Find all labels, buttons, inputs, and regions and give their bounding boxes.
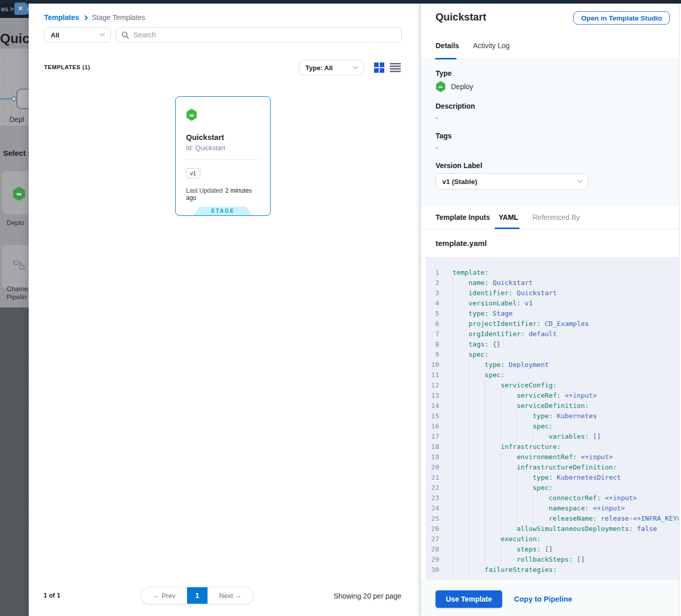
page-count: 1 of 1 xyxy=(44,592,60,599)
tab-details[interactable]: Details xyxy=(436,42,459,50)
background-chained-label-2: Pipelin xyxy=(7,293,27,301)
yaml-filename: template.yaml xyxy=(436,239,487,248)
drawer-title: Quickstart xyxy=(436,11,486,23)
yaml-line: 7orgIdentifier: default xyxy=(429,329,679,339)
yaml-line: 17variables: [] xyxy=(429,432,679,442)
yaml-line: 5type: Stage xyxy=(429,309,679,319)
template-card-id: Id: Quickstart xyxy=(186,144,260,152)
yaml-line: 6projectIdentifier: CD_Examples xyxy=(429,319,679,329)
version-chip: v1 xyxy=(186,168,200,178)
background-chained-label-1: Chaine xyxy=(7,285,28,293)
search-input[interactable] xyxy=(133,31,396,39)
pagination: ← Prev 1 Next → xyxy=(141,587,254,604)
template-details-drawer: Quickstart Open in Template Studio Detai… xyxy=(420,0,681,616)
drawer-subtab-bar: Template Inputs YAML Referenced By xyxy=(421,206,679,229)
yaml-line: 11spec: xyxy=(429,370,679,380)
yaml-line: 18infrastructure: xyxy=(429,442,679,452)
copy-to-pipeline-link[interactable]: Copy to Pipeline xyxy=(514,595,572,603)
yaml-line: 20infrastructureDefinition: xyxy=(429,462,679,473)
breadcrumb-current: Stage Templates xyxy=(92,13,145,22)
chevron-down-icon xyxy=(100,31,105,36)
tab-activity-log[interactable]: Activity Log xyxy=(473,42,510,50)
yaml-line: 19environmentRef: <+input> xyxy=(429,452,679,462)
tab-template-inputs[interactable]: Template Inputs xyxy=(436,213,490,221)
chevron-down-icon xyxy=(353,64,358,69)
close-icon[interactable]: ✕ xyxy=(14,3,27,15)
card-divider xyxy=(186,159,260,160)
last-updated: Last Updated2 minutes ago xyxy=(186,187,260,201)
background-chained-card-label: Chaine Pipelin xyxy=(7,285,28,301)
screen: es > Pipe Quicks Depl Select s ∞ Deplo C… xyxy=(0,0,681,616)
deploy-icon: ∞ xyxy=(12,187,26,201)
version-label: Version Label xyxy=(436,161,679,170)
yaml-line: 14serviceDefinition: xyxy=(429,401,679,411)
yaml-line: 29rollbackSteps: [] xyxy=(429,555,679,565)
yaml-code: 1template:2name: Quickstart3identifier: … xyxy=(426,258,679,580)
background-node-connector xyxy=(0,98,12,99)
type-filter-select[interactable]: Type: All xyxy=(299,60,364,75)
template-card-title: Quickstart xyxy=(186,133,260,141)
yaml-line: 9spec: xyxy=(429,350,679,360)
background-chained-pipeline-card xyxy=(2,245,33,288)
breadcrumb-templates-link[interactable]: Templates xyxy=(44,13,79,22)
scope-filter-value: All xyxy=(51,31,59,39)
chained-pipeline-icon xyxy=(13,260,26,271)
yaml-line: 28steps: [] xyxy=(429,544,679,555)
background-node-port xyxy=(11,96,16,101)
use-template-button[interactable]: Use Template xyxy=(436,590,502,608)
yaml-line: 30failureStrategies: xyxy=(429,565,679,575)
background-deploy-card: ∞ xyxy=(2,171,33,214)
drawer-tab-bar: Details Activity Log xyxy=(421,33,679,59)
prev-page-button[interactable]: ← Prev xyxy=(141,587,187,604)
type-filter-value: Type: All xyxy=(305,64,333,72)
yaml-line: 1template: xyxy=(429,268,679,278)
description-value: - xyxy=(436,114,679,122)
yaml-line: 8tags: {} xyxy=(429,339,679,350)
yaml-line: 26allowSimultaneousDeployments: false xyxy=(429,524,679,534)
search-box[interactable] xyxy=(116,27,402,43)
templates-count-label: TEMPLATES (1) xyxy=(44,64,90,70)
scope-filter-select[interactable]: All xyxy=(44,27,111,43)
stage-badge: STAGE xyxy=(194,207,252,215)
yaml-line: 2name: Quickstart xyxy=(429,278,679,288)
next-page-button[interactable]: Next → xyxy=(208,587,253,604)
yaml-line: 23connectorRef: <+input> xyxy=(429,493,679,503)
window-top-bar xyxy=(0,0,681,4)
yaml-line: 22spec: xyxy=(429,483,679,493)
breadcrumb: Templates Stage Templates xyxy=(44,13,145,22)
version-select-value: v1 (Stable) xyxy=(442,178,477,186)
yaml-line: 16spec: xyxy=(429,421,679,432)
yaml-line: 21type: KubernetesDirect xyxy=(429,473,679,483)
type-label: Type xyxy=(436,69,679,77)
template-card[interactable]: ∞ Quickstart Id: Quickstart v1 Last Upda… xyxy=(175,96,271,216)
yaml-line: 4versionLabel: v1 xyxy=(429,298,679,309)
tab-yaml[interactable]: YAML xyxy=(499,213,518,221)
background-deploy-card-label: Deplo xyxy=(7,219,24,227)
drawer-scrollbar[interactable] xyxy=(679,4,681,616)
yaml-line: 25releaseName: release-<+INFRA_KEY> xyxy=(429,514,679,524)
drawer-footer: Use Template Copy to Pipeline xyxy=(421,580,679,616)
yaml-line: 12serviceConfig: xyxy=(429,380,679,391)
yaml-line: 27execution: xyxy=(429,534,679,544)
drawer-header: Quickstart Open in Template Studio xyxy=(421,4,681,33)
showing-per-page: Showing 20 per page xyxy=(334,592,401,600)
grid-view-icon[interactable] xyxy=(374,63,385,73)
deploy-icon: ∞ xyxy=(186,109,197,121)
yaml-line: 24namespace: <+input> xyxy=(429,503,679,514)
page-1-button[interactable]: 1 xyxy=(187,587,208,604)
tags-label: Tags xyxy=(436,132,679,140)
yaml-line: 15type: Kubernetes xyxy=(429,411,679,421)
background-select-heading: Select s xyxy=(3,149,32,157)
version-select[interactable]: v1 (Stable) xyxy=(436,173,588,190)
tab-referenced-by[interactable]: Referenced By xyxy=(532,213,580,221)
search-icon xyxy=(121,31,129,39)
list-view-icon[interactable] xyxy=(390,63,401,73)
open-in-template-studio-button[interactable]: Open in Template Studio xyxy=(573,11,670,25)
yaml-line: 10type: Deployment xyxy=(429,360,679,370)
tags-value: - xyxy=(436,143,679,152)
yaml-filename-bar: template.yaml xyxy=(421,229,679,258)
chevron-down-icon xyxy=(577,177,583,182)
description-label: Description xyxy=(436,102,679,110)
background-page: es > Pipe Quicks Depl Select s ∞ Deplo C… xyxy=(0,0,29,616)
last-updated-label: Last Updated xyxy=(186,187,222,194)
